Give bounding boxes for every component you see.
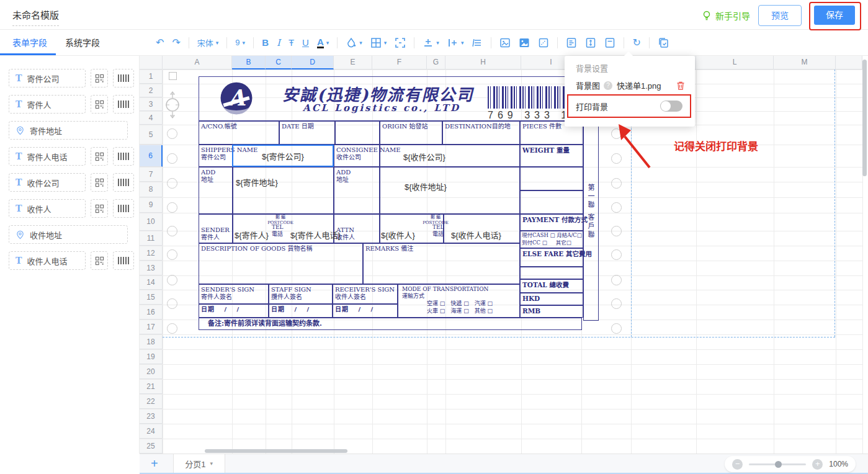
print-background-toggle[interactable] [660,101,682,112]
background-image-button[interactable] [519,37,530,48]
row-header-17[interactable]: 17 [140,320,163,334]
horizontal-scrollbar[interactable] [205,449,347,453]
duplicate-check-button[interactable] [658,37,669,48]
template-title[interactable]: 未命名模版 [12,8,59,26]
field-item-收件人[interactable]: T收件人 [9,199,86,218]
field-placeholder[interactable]: ${收件地址} [405,181,447,192]
field-placeholder[interactable]: ${寄件人} [235,229,269,241]
field-barcode-收件人电话[interactable] [113,251,134,270]
row-header-12[interactable]: 12 [140,246,163,261]
row-header-2[interactable]: 2 [140,84,163,97]
col-header-H[interactable]: H [445,56,521,69]
row-header-9[interactable]: 9 [140,197,163,213]
field-barcode-寄件公司[interactable] [113,69,134,87]
row-header-6[interactable]: 6 [140,145,163,167]
insert-column-button[interactable]: ▾ [447,37,464,48]
field-placeholder[interactable]: ${寄件人电话} [290,229,341,241]
borders-button[interactable]: ▾ [370,37,387,48]
field-qr-收件人电话[interactable] [91,251,108,270]
field-placeholder[interactable]: ${寄件地址} [236,176,278,188]
row-header-16[interactable]: 16 [140,305,163,320]
row-header-13[interactable]: 13 [140,261,163,275]
row-header-8[interactable]: 8 [140,182,163,197]
field-barcode-寄件人[interactable] [113,95,134,114]
col-header-E[interactable]: E [334,56,372,69]
row-header-10[interactable]: 10 [140,213,163,231]
col-header-F[interactable]: F [372,56,427,69]
italic-button[interactable]: I [277,37,280,48]
insert-image-button[interactable] [499,37,511,48]
row-header-7[interactable]: 7 [140,167,163,182]
zoom-out-button[interactable]: − [732,459,743,470]
add-page-button[interactable]: + [151,457,158,471]
fill-color-button[interactable]: ▾ [346,37,362,48]
col-header-end[interactable] [836,56,862,69]
selected-cell[interactable]: ${寄件公司} [232,145,334,167]
field-item-寄件人电话[interactable]: T寄件人电话 [9,147,86,166]
underline-button[interactable]: U [302,37,309,48]
col-header-D[interactable]: D [292,56,334,69]
field-placeholder[interactable]: ${收件人电话} [451,229,501,241]
row-settings-button[interactable] [472,37,483,48]
field-item-寄件公司[interactable]: T寄件公司 [9,69,86,87]
watermark-button[interactable] [538,37,549,48]
page-tab[interactable]: 分页1 ▾ [173,454,225,473]
row-header-23[interactable]: 23 [140,409,163,424]
header-settings-button[interactable] [604,37,615,48]
preview-button[interactable]: 预览 [758,5,802,26]
field-qr-寄件人[interactable] [91,95,108,114]
field-barcode-收件公司[interactable] [113,173,134,192]
row-height-button[interactable] [585,37,596,48]
row-header-3[interactable]: 3 [140,97,163,111]
beginner-guide-link[interactable]: 新手引导 [701,9,750,22]
font-size-select[interactable]: 9▾ [235,38,245,47]
row-header-1[interactable]: 1 [140,69,163,84]
grid-corner-cell[interactable] [140,56,163,69]
row-header-20[interactable]: 20 [140,364,163,379]
bold-button[interactable]: B [262,37,269,48]
insert-row-button[interactable]: ▾ [423,37,439,48]
page-settings-button[interactable] [566,37,577,48]
field-barcode-寄件人电话[interactable] [113,147,134,166]
row-header-15[interactable]: 15 [140,290,163,305]
field-barcode-收件人[interactable] [113,199,134,218]
field-qr-寄件公司[interactable] [91,69,108,87]
save-button[interactable]: 保存 [814,6,855,25]
col-header-G[interactable]: G [427,56,445,69]
tab-system-fields[interactable]: 系统字段 [65,30,100,56]
row-header-18[interactable]: 18 [140,334,163,349]
redo-button[interactable]: ↷ [172,37,180,48]
undo-button[interactable]: ↶ [156,37,164,48]
vertical-scrollbar[interactable] [862,60,867,176]
zoom-slider-knob[interactable] [775,461,782,468]
tab-form-fields[interactable]: 表单字段 [12,30,47,56]
field-item-收件地址[interactable]: 收件地址 [9,225,128,244]
row-header-11[interactable]: 11 [140,231,163,246]
field-placeholder[interactable]: ${收件公司} [403,151,445,163]
strikethrough-button[interactable]: Ŧ [289,37,294,48]
row-header-5[interactable]: 5 [140,125,163,145]
font-color-button[interactable]: A▾ [317,37,329,48]
field-item-收件人电话[interactable]: T收件人电话 [9,251,86,270]
field-qr-寄件人电话[interactable] [91,147,108,166]
field-item-寄件地址[interactable]: 寄件地址 [9,121,128,140]
field-item-收件公司[interactable]: T收件公司 [9,173,86,192]
field-qr-收件公司[interactable] [91,173,108,192]
col-header-B[interactable]: B [232,56,266,69]
row-header-21[interactable]: 21 [140,379,163,394]
row-header-14[interactable]: 14 [140,275,163,290]
col-header-C[interactable]: C [266,56,292,69]
row-header-24[interactable]: 24 [140,424,163,439]
delete-background-button[interactable] [675,80,686,91]
font-family-select[interactable]: 宋体▾ [197,37,219,48]
zoom-slider[interactable] [749,463,806,465]
help-icon[interactable]: ? [604,81,612,90]
merge-cells-button[interactable] [395,37,406,48]
field-item-寄件人[interactable]: T寄件人 [9,95,86,114]
row-header-4[interactable]: 4 [140,111,163,125]
row-header-25[interactable]: 25 [140,439,163,454]
col-header-M[interactable]: M [774,56,836,69]
row-header-19[interactable]: 19 [140,349,163,364]
zoom-in-button[interactable]: + [812,459,823,470]
col-header-A[interactable]: A [163,56,232,69]
